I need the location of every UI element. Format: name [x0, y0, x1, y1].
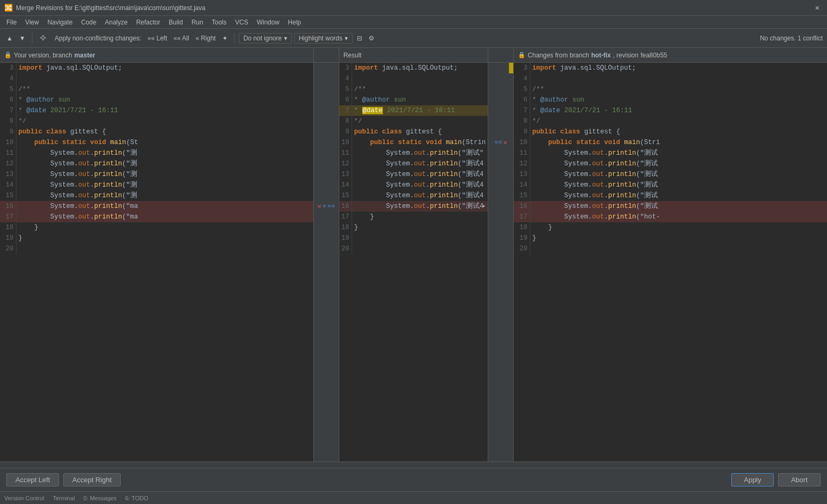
- left-panel: 🔒 Your version, branch master 3 import j…: [0, 48, 314, 461]
- table-row: 11 System.out.println(″测试: [514, 148, 827, 158]
- accept-left-button[interactable]: Accept Left: [6, 473, 59, 486]
- statusbar-todo[interactable]: 6: TODO: [125, 495, 148, 501]
- right-panel-header: 🔒 Changes from branch hot-fix , revision…: [514, 48, 827, 63]
- menu-code[interactable]: Code: [77, 18, 101, 27]
- menu-vcs[interactable]: VCS: [231, 18, 253, 27]
- left-code-table: 3 import java.sql.SQLOutput; 4 5 /** 6 *…: [0, 63, 313, 254]
- left-gutter-header: [314, 48, 339, 63]
- table-row: 9public class gittest {: [339, 127, 488, 137]
- table-row: 11 System.out.println(″测试″: [339, 148, 488, 158]
- table-row: 18 }: [514, 222, 827, 233]
- table-icon-button[interactable]: ⊟: [355, 33, 364, 43]
- menu-refactor[interactable]: Refactor: [132, 18, 164, 27]
- table-row: 8 */: [514, 116, 827, 127]
- table-row: 13 System.out.println(″测: [0, 169, 313, 180]
- next-conflict-button[interactable]: ▼: [17, 33, 28, 43]
- table-row: 16 System.out.println(″ma: [0, 201, 313, 212]
- apply-all-button[interactable]: «« All: [171, 33, 191, 43]
- accept-right-double-arrow-button[interactable]: ««: [495, 139, 502, 146]
- table-row: 7 * @date 2021/7/21 - 16:11: [514, 105, 827, 116]
- conflict-left-buttons: ✕ » »»: [314, 201, 339, 212]
- footer-right-buttons: Apply Abort: [731, 473, 821, 486]
- table-row: 19: [339, 233, 488, 243]
- left-panel-content[interactable]: 3 import java.sql.SQLOutput; 4 5 /** 6 *…: [0, 63, 313, 461]
- table-row: 5/**: [339, 84, 488, 95]
- window-title: Merge Revisions for E:\git\gittest\src\m…: [16, 4, 812, 12]
- table-row: 12 System.out.println(″测试4: [339, 158, 488, 169]
- apply-left-button[interactable]: «« Left: [146, 33, 170, 43]
- menu-build[interactable]: Build: [164, 18, 187, 27]
- apply-magic-button[interactable]: [37, 33, 51, 44]
- right-panel: 🔒 Changes from branch hot-fix , revision…: [514, 48, 827, 461]
- apply-nonconflicting-label: Apply non-conflicting changes:: [55, 35, 141, 42]
- left-lock-icon: 🔒: [4, 52, 12, 58]
- apply-button[interactable]: Apply: [731, 473, 774, 486]
- table-row: 4: [339, 73, 488, 84]
- statusbar-messages[interactable]: 0: Messages: [83, 495, 116, 501]
- gutter-scrollbar-left: [335, 461, 361, 468]
- accept-left-arrow-button[interactable]: »: [322, 203, 326, 210]
- right-scrollbar[interactable]: [492, 461, 828, 468]
- abort-button[interactable]: Abort: [778, 473, 821, 486]
- menu-bar: File View Navigate Code Analyze Refactor…: [0, 16, 827, 29]
- menu-help[interactable]: Help: [283, 18, 305, 27]
- prev-conflict-button[interactable]: ▲: [4, 33, 15, 43]
- statusbar-terminal[interactable]: Terminal: [53, 495, 75, 501]
- table-row: 4: [514, 73, 827, 84]
- table-row: 8 */: [0, 116, 313, 127]
- menu-analyze[interactable]: Analyze: [101, 18, 132, 27]
- magic-line-button[interactable]: ✦: [482, 201, 486, 212]
- status-bar: Version Control Terminal 0: Messages 6: …: [0, 491, 827, 504]
- menu-tools[interactable]: Tools: [207, 18, 231, 27]
- table-row: 5/**: [514, 84, 827, 95]
- table-row: 20: [0, 243, 313, 254]
- highlight-words-dropdown[interactable]: Highlight words ▾: [294, 33, 353, 44]
- table-row: 12 System.out.println(″测: [0, 158, 313, 169]
- left-gutter: ✕ » »»: [314, 48, 339, 461]
- center-panel-content[interactable]: 3import java.sql.SQLOutput; 4 5/** 6 * @…: [339, 63, 488, 461]
- left-panel-header: 🔒 Your version, branch master: [0, 48, 313, 63]
- table-row: 5 /**: [0, 84, 313, 95]
- menu-file[interactable]: File: [2, 18, 21, 27]
- table-row: 18 }: [0, 222, 313, 233]
- table-row: 3 import java.sql.SQLOutput;: [0, 63, 313, 73]
- reject-right-button[interactable]: ✕: [503, 138, 507, 147]
- menu-navigate[interactable]: Navigate: [43, 18, 77, 27]
- magic-wand-button[interactable]: ✦: [220, 33, 230, 43]
- left-scrollbar[interactable]: [0, 461, 335, 468]
- settings-button[interactable]: ⚙: [366, 33, 377, 43]
- table-row: 7 * @date 2021/7/21 - 16:11: [0, 105, 313, 116]
- table-row: 12 System.out.println(″测试: [514, 158, 827, 169]
- center-scrollbar[interactable]: [361, 461, 467, 468]
- statusbar-vc[interactable]: Version Control: [4, 495, 44, 501]
- table-row: 19 }: [0, 233, 313, 243]
- table-row: 16 System.out.println(″测试4 ✦: [339, 201, 488, 212]
- table-row: 6 * @author sun: [0, 95, 313, 105]
- table-row: 17 System.out.println(″hot-: [514, 212, 827, 222]
- table-row: 19}: [514, 233, 827, 243]
- apply-right-button[interactable]: « Right: [194, 33, 218, 43]
- right-panel-content[interactable]: 3import java.sql.SQLOutput; 4 5/** 6 * @…: [514, 63, 827, 461]
- menu-run[interactable]: Run: [187, 18, 207, 27]
- conflict-status: No changes. 1 conflict: [760, 35, 823, 42]
- app-icon: 🔀: [4, 4, 13, 12]
- center-code-table: 3import java.sql.SQLOutput; 4 5/** 6 * @…: [339, 63, 488, 254]
- table-row: 9public class gittest {: [514, 127, 827, 137]
- table-row: 9 public class gittest {: [0, 127, 313, 137]
- accept-left-double-arrow-button[interactable]: »»: [327, 203, 335, 210]
- gutter-scrollbar-right: [467, 461, 492, 468]
- footer: Accept Left Accept Right Apply Abort: [0, 468, 827, 491]
- table-row: 3import java.sql.SQLOutput;: [514, 63, 827, 73]
- ignore-dropdown[interactable]: Do not ignore ▾: [239, 33, 292, 44]
- close-button[interactable]: ✕: [812, 2, 823, 13]
- table-row: 18}: [339, 222, 488, 233]
- table-row: 15 System.out.println(″测: [0, 190, 313, 201]
- menu-window[interactable]: Window: [253, 18, 284, 27]
- accept-right-button[interactable]: Accept Right: [63, 473, 121, 486]
- title-bar: 🔀 Merge Revisions for E:\git\gittest\src…: [0, 0, 827, 16]
- table-row: 16 System.out.println(″测试: [514, 201, 827, 212]
- reject-left-button[interactable]: ✕: [317, 202, 321, 211]
- menu-view[interactable]: View: [21, 18, 43, 27]
- scrollbar-area: [0, 461, 827, 468]
- table-row: 13 System.out.println(″测试: [514, 169, 827, 180]
